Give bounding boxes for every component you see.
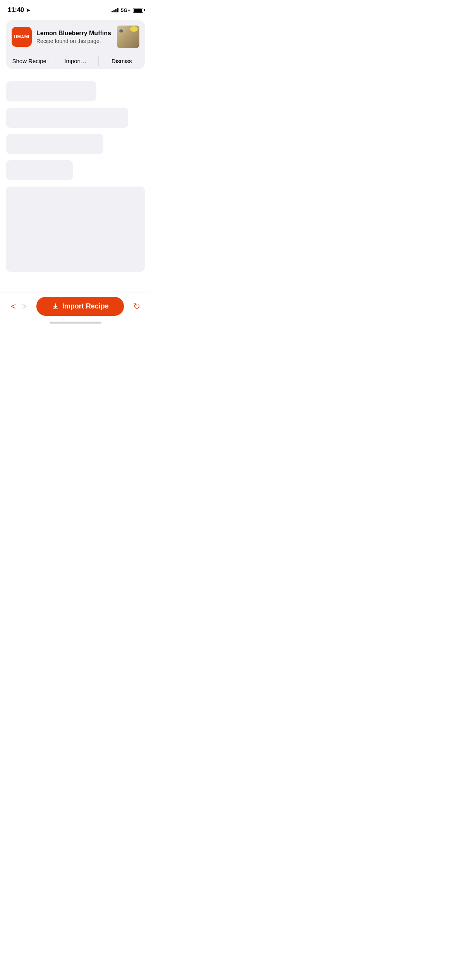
- main-content: UMAMI Lemon Blueberry Muffins Recipe fou…: [0, 17, 151, 272]
- bottom-toolbar: < > Import Recipe ↻: [0, 293, 151, 327]
- import-icon: [51, 303, 59, 310]
- import-recipe-button[interactable]: Import Recipe: [36, 297, 124, 316]
- notification-header: UMAMI Lemon Blueberry Muffins Recipe fou…: [6, 20, 145, 53]
- recipe-thumbnail: [117, 26, 139, 48]
- notification-text-block: Lemon Blueberry Muffins Recipe found on …: [36, 29, 112, 44]
- skeleton-block-2: [6, 108, 128, 128]
- status-time: 11:40 ➤: [8, 6, 30, 14]
- skeleton-block-5: [6, 187, 145, 272]
- time-display: 11:40: [8, 6, 24, 14]
- back-arrow-icon: <: [11, 302, 16, 312]
- recipe-subtitle: Recipe found on this page.: [36, 38, 112, 44]
- import-button[interactable]: Import…: [52, 53, 98, 69]
- notification-actions: Show Recipe Import… Dismiss: [6, 53, 145, 69]
- signal-icon: [112, 8, 118, 12]
- network-type: 5G+: [121, 7, 130, 13]
- back-button[interactable]: <: [8, 298, 19, 315]
- skeleton-block-4: [6, 160, 73, 180]
- skeleton-block-1: [6, 81, 96, 101]
- skeleton-block-3: [6, 134, 103, 154]
- status-bar: 11:40 ➤ 5G+: [0, 0, 151, 17]
- reload-button[interactable]: ↻: [130, 298, 143, 315]
- location-icon: ➤: [26, 7, 30, 13]
- forward-button[interactable]: >: [19, 298, 30, 315]
- umami-logo-text: UMAMI: [14, 34, 29, 39]
- toolbar-inner: < > Import Recipe ↻: [8, 297, 143, 316]
- home-indicator: [50, 322, 101, 324]
- svg-rect-0: [53, 308, 58, 309]
- import-recipe-label: Import Recipe: [62, 302, 109, 310]
- show-recipe-button[interactable]: Show Recipe: [6, 53, 52, 69]
- status-right: 5G+: [112, 7, 143, 13]
- reload-icon: ↻: [133, 302, 140, 311]
- umami-logo: UMAMI: [12, 27, 32, 47]
- muffin-visual: [117, 26, 139, 48]
- dismiss-button[interactable]: Dismiss: [99, 53, 145, 69]
- battery-icon: [133, 8, 143, 13]
- recipe-title: Lemon Blueberry Muffins: [36, 29, 112, 37]
- skeleton-loading: [6, 81, 145, 272]
- forward-arrow-icon: >: [22, 302, 27, 312]
- recipe-notification-card: UMAMI Lemon Blueberry Muffins Recipe fou…: [6, 20, 145, 69]
